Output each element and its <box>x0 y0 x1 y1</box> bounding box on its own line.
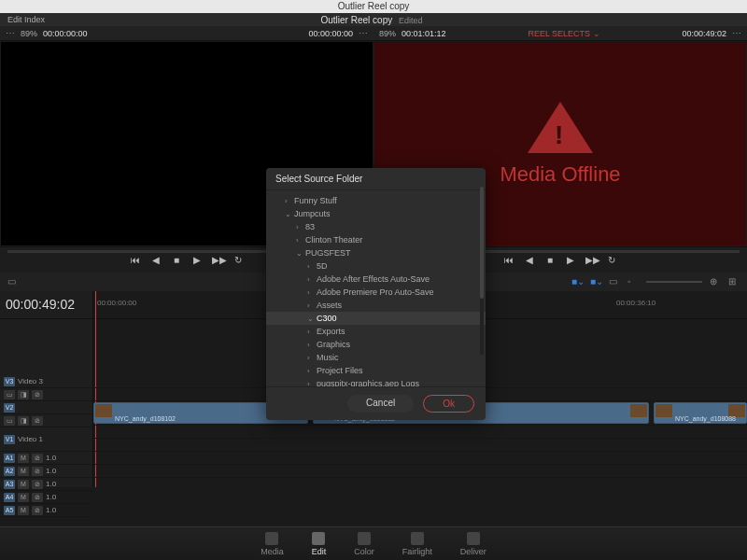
options-icon[interactable]: ⋯ <box>359 28 368 38</box>
clip-name: NYC_andy_d108088 <box>675 415 736 422</box>
step-fwd-icon[interactable]: ▶▶ <box>585 255 597 266</box>
folder-item[interactable]: ›pugspitx-graphics.aep Logs <box>266 377 486 386</box>
solo-icon[interactable]: ⊘ <box>32 506 43 515</box>
options-icon[interactable]: ⋯ <box>6 28 15 38</box>
track-a2-lane[interactable] <box>93 439 747 452</box>
folder-item[interactable]: ›Funny Stuff <box>266 194 486 207</box>
master-timecode[interactable]: 00:00:49:02 <box>0 291 92 319</box>
fairlight-icon <box>411 532 424 545</box>
track-selector[interactable]: V3 <box>4 377 15 386</box>
options-icon[interactable]: ⋯ <box>732 28 741 38</box>
folder-item[interactable]: ⌄C300 <box>266 312 486 325</box>
customize-icon[interactable]: ⊞ <box>728 276 740 287</box>
chevron-icon: › <box>307 288 317 297</box>
jump-start-icon[interactable]: ⏮ <box>130 255 141 266</box>
deliver-page-tab[interactable]: Deliver <box>460 532 486 556</box>
folder-item[interactable]: ›Exports <box>266 325 486 338</box>
selection-tool-icon[interactable]: ▭ <box>7 276 19 287</box>
loop-icon[interactable]: ↻ <box>606 255 617 266</box>
scrollbar-thumb[interactable] <box>480 190 484 299</box>
folder-item[interactable]: ›Adobe After Effects Auto-Save <box>266 273 486 286</box>
jump-start-icon[interactable]: ⏮ <box>503 255 514 266</box>
solo-icon[interactable]: ⊘ <box>32 454 43 463</box>
audio-track-header[interactable]: A4M⊘1.0 <box>0 491 92 504</box>
cancel-button[interactable]: Cancel <box>347 395 414 413</box>
folder-item[interactable]: ›Project Files <box>266 364 486 377</box>
color-page-tab[interactable]: Color <box>354 532 374 556</box>
folder-item[interactable]: ⌄PUGSFEST <box>266 246 486 259</box>
lock-icon[interactable]: ▭ <box>4 416 15 426</box>
folder-item[interactable]: ⌄Jumpcuts <box>266 207 486 220</box>
video-track-controls[interactable]: ▭◨⊘ <box>0 414 92 427</box>
track-a4-lane[interactable] <box>93 465 747 478</box>
folder-item[interactable]: ›Music <box>266 351 486 364</box>
auto-select-icon[interactable]: ◨ <box>18 390 29 399</box>
step-fwd-icon[interactable]: ▶▶ <box>212 255 223 266</box>
folder-tree[interactable]: ›Funny Stuff⌄Jumpcuts›83›Clinton Theater… <box>266 190 486 386</box>
solo-icon[interactable]: ⊘ <box>32 493 43 502</box>
chevron-icon: › <box>307 328 317 336</box>
marker-icon[interactable]: ◦ <box>627 276 639 287</box>
video-track-controls[interactable]: ▭◨⊘ <box>0 388 92 401</box>
track-selector[interactable]: A1 <box>4 454 15 463</box>
play-icon[interactable]: ▶ <box>565 255 576 266</box>
link-icon[interactable]: ■⌄ <box>590 276 601 287</box>
track-selector[interactable]: A5 <box>4 506 15 515</box>
video-track-header[interactable]: V3Video 3 <box>0 375 92 388</box>
mute-icon[interactable]: M <box>18 506 29 515</box>
audio-track-header[interactable]: A3M⊘1.0 <box>0 478 92 491</box>
edited-badge: Edited <box>399 16 423 25</box>
auto-select-icon[interactable]: ◨ <box>18 416 29 426</box>
media-page-tab[interactable]: Media <box>261 532 284 556</box>
track-a1-lane[interactable] <box>93 426 747 439</box>
page-navigation: Media Edit Color Fairlight Deliver <box>0 526 747 560</box>
loop-icon[interactable]: ↻ <box>233 255 244 266</box>
track-selector[interactable]: A4 <box>4 493 15 502</box>
ok-button[interactable]: Ok <box>423 395 474 413</box>
edit-index-button[interactable]: Edit Index <box>0 15 52 24</box>
folder-item[interactable]: ›5D <box>266 259 486 273</box>
audio-track-header[interactable]: A1M⊘1.0 <box>0 452 92 465</box>
track-a3-lane[interactable] <box>93 452 747 465</box>
step-back-icon[interactable]: ◀ <box>150 255 162 266</box>
track-selector[interactable]: V2 <box>4 403 15 413</box>
folder-item[interactable]: ›83 <box>266 220 486 233</box>
track-selector[interactable]: A2 <box>4 467 15 476</box>
zoom-fit-icon[interactable]: ⊕ <box>710 276 721 287</box>
stop-icon[interactable]: ■ <box>171 255 182 266</box>
solo-icon[interactable]: ⊘ <box>32 480 43 489</box>
lock-icon[interactable]: ▭ <box>4 390 15 399</box>
track-selector[interactable]: V1 <box>4 435 15 444</box>
disable-icon[interactable]: ⊘ <box>32 416 43 426</box>
snap-icon[interactable]: ■⌄ <box>571 276 583 287</box>
folder-item[interactable]: ›Clinton Theater <box>266 233 486 246</box>
mute-icon[interactable]: M <box>18 480 29 489</box>
audio-track-header[interactable]: A2M⊘1.0 <box>0 465 92 478</box>
track-volume: 1.0 <box>46 454 56 462</box>
fairlight-page-tab[interactable]: Fairlight <box>402 532 432 556</box>
play-icon[interactable]: ▶ <box>191 255 203 266</box>
stop-icon[interactable]: ■ <box>544 255 556 266</box>
mute-icon[interactable]: M <box>18 493 29 502</box>
folder-item[interactable]: ›Assets <box>266 299 486 312</box>
reel-selects-menu[interactable]: REEL SELECTS ⌄ <box>528 29 599 38</box>
video-track-header[interactable]: V2 <box>0 401 92 414</box>
folder-item[interactable]: ›Graphics <box>266 338 486 351</box>
mute-icon[interactable]: M <box>18 467 29 476</box>
audio-track-header[interactable]: A5M⊘1.0 <box>0 504 92 517</box>
solo-icon[interactable]: ⊘ <box>32 467 43 476</box>
timeline-zoom[interactable]: 89% <box>379 29 396 38</box>
flag-icon[interactable]: ▭ <box>609 276 620 287</box>
scrollbar[interactable] <box>480 190 484 355</box>
disable-icon[interactable]: ⊘ <box>32 390 43 399</box>
track-selector[interactable]: A3 <box>4 480 15 489</box>
mute-icon[interactable]: M <box>18 454 29 463</box>
step-back-icon[interactable]: ◀ <box>524 255 535 266</box>
track-a5-lane[interactable] <box>93 478 747 487</box>
zoom-slider[interactable] <box>646 281 702 283</box>
video-track-header[interactable]: V1Video 1 <box>0 427 92 452</box>
source-zoom[interactable]: 89% <box>21 29 37 38</box>
folder-item[interactable]: ›Adobe Premiere Pro Auto-Save <box>266 286 486 299</box>
edit-page-tab[interactable]: Edit <box>312 532 327 556</box>
video-clip[interactable]: NYC_andy_d108088 <box>654 402 747 424</box>
